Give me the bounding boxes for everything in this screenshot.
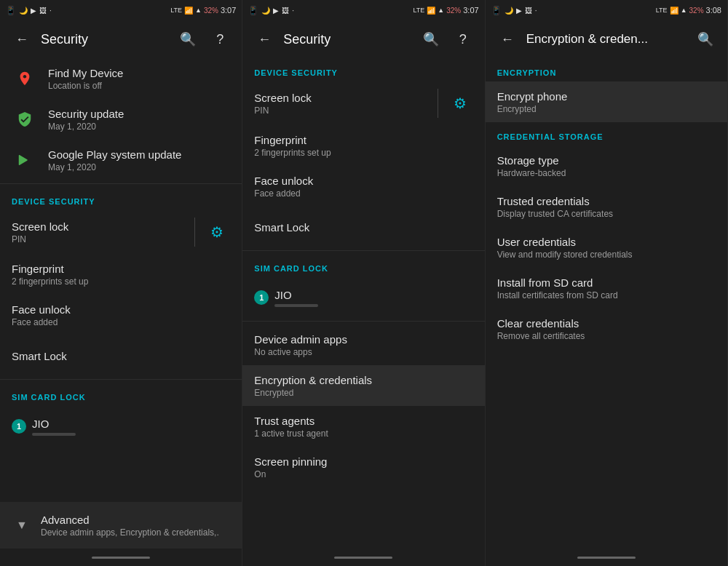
install-sd-text: Install from SD card Install certificate… bbox=[497, 276, 716, 300]
search-button-3[interactable]: 🔍 bbox=[692, 26, 719, 52]
list-item-face-unlock-1[interactable]: Face unlock Face added bbox=[0, 295, 242, 335]
list-item-storage-type[interactable]: Storage type Hardware-backed bbox=[486, 146, 727, 186]
section-label-encryption-3: ENCRYPTION bbox=[486, 58, 727, 81]
face-unlock-2-subtitle: Face added bbox=[254, 188, 472, 199]
toolbar-1: ← Security 🔍 ? bbox=[0, 20, 242, 58]
status-left-1: 📱 🌙 ▶ 🖼 · bbox=[6, 6, 52, 15]
user-credentials-subtitle: View and modify stored credentials bbox=[497, 250, 716, 260]
list-item-face-unlock-2[interactable]: Face unlock Face added bbox=[242, 166, 484, 207]
back-button-1[interactable]: ← bbox=[9, 26, 35, 52]
bottom-bar-2 bbox=[242, 549, 484, 566]
photo-icon: 🖼 bbox=[39, 7, 47, 15]
advanced-item-1[interactable]: ▼ Advanced Device admin apps, Encryption… bbox=[0, 502, 242, 549]
status-left-3: 📱 🌙 ▶ 🖼 · bbox=[491, 6, 537, 15]
list-item-encryption-2[interactable]: Encryption & credentials Encrypted bbox=[242, 365, 484, 406]
bottom-bar-1 bbox=[0, 549, 242, 566]
trusted-credentials-title: Trusted credentials bbox=[497, 195, 716, 207]
content-1: Find My Device Location is off Security … bbox=[0, 58, 242, 502]
bottom-bar-3 bbox=[486, 549, 727, 566]
list-item-find-my-device[interactable]: Find My Device Location is off bbox=[0, 58, 242, 99]
toolbar-3: ← Encryption & creden... 🔍 bbox=[486, 20, 727, 58]
google-play-update-subtitle: May 1, 2020 bbox=[48, 162, 230, 172]
list-item-google-play-update[interactable]: Google Play system update May 1, 2020 bbox=[0, 140, 242, 180]
google-play-icon bbox=[12, 147, 38, 173]
youtube-icon-2: ▶ bbox=[273, 7, 279, 15]
list-item-fingerprint-2[interactable]: Fingerprint 2 fingerprints set up bbox=[242, 125, 484, 166]
status-right-2: LTE 📶 ▲ 32% 3:07 bbox=[413, 6, 478, 15]
list-item-encrypt-phone[interactable]: Encrypt phone Encrypted bbox=[486, 81, 727, 122]
fingerprint-1-title: Fingerprint bbox=[12, 263, 230, 275]
trust-agents-2-title: Trust agents bbox=[254, 415, 472, 427]
panel-security-1: 📱 🌙 ▶ 🖼 · LTE 📶 ▲ 32% 3:07 ← Security 🔍 … bbox=[0, 0, 242, 566]
fingerprint-2-subtitle: 2 fingerprints set up bbox=[254, 148, 472, 158]
back-button-3[interactable]: ← bbox=[494, 26, 521, 52]
fingerprint-1-text: Fingerprint 2 fingerprints set up bbox=[12, 263, 230, 287]
search-button-2[interactable]: 🔍 bbox=[418, 26, 444, 52]
list-item-trust-agents-2[interactable]: Trust agents 1 active trust agent bbox=[242, 406, 484, 447]
list-item-jio-2[interactable]: 1 JIO bbox=[242, 277, 484, 318]
panel-encryption-credentials: 📱 🌙 ▶ 🖼 · LTE 📶 ▲ 32% 3:08 ← Encryption … bbox=[486, 0, 728, 566]
status-bar-2: 📱 🌙 ▶ 🖼 · LTE 📶 ▲ 32% 3:07 bbox=[242, 0, 484, 20]
advanced-text-1: Advanced Device admin apps, Encryption &… bbox=[41, 514, 230, 538]
dot-icon: · bbox=[50, 7, 52, 15]
security-update-text: Security update May 1, 2020 bbox=[48, 108, 230, 132]
jio-1-text: JIO bbox=[32, 418, 230, 436]
jio-2-title: JIO bbox=[274, 289, 472, 301]
divider-3 bbox=[242, 250, 484, 251]
wifi-icon-3: 📶 bbox=[670, 7, 678, 15]
device-admin-2-text: Device admin apps No active apps bbox=[254, 333, 472, 357]
back-button-2[interactable]: ← bbox=[251, 26, 277, 52]
clear-credentials-subtitle: Remove all certificates bbox=[497, 331, 716, 341]
gear-icon-1[interactable]: ⚙ bbox=[204, 219, 230, 245]
section-label-sim-2: SIM CARD LOCK bbox=[242, 254, 484, 277]
list-item-user-credentials[interactable]: User credentials View and modify stored … bbox=[486, 227, 727, 268]
google-play-update-title: Google Play system update bbox=[48, 148, 230, 161]
content-3: ENCRYPTION Encrypt phone Encrypted CREDE… bbox=[486, 58, 727, 549]
list-item-smart-lock-1[interactable]: Smart Lock bbox=[0, 335, 242, 376]
battery-icon-3: 32% bbox=[689, 7, 704, 15]
list-item-trusted-credentials[interactable]: Trusted credentials Display trusted CA c… bbox=[486, 186, 727, 227]
battery-icon-2: 32% bbox=[446, 7, 461, 15]
moon-icon: 🌙 bbox=[19, 7, 28, 15]
list-item-screen-pinning-2[interactable]: Screen pinning On bbox=[242, 447, 484, 487]
list-item-clear-credentials[interactable]: Clear credentials Remove all certificate… bbox=[486, 308, 727, 349]
advanced-title-1: Advanced bbox=[41, 514, 230, 526]
divider-2 bbox=[0, 379, 242, 380]
search-button-1[interactable]: 🔍 bbox=[175, 26, 201, 52]
page-title-1: Security bbox=[41, 32, 169, 47]
list-item-fingerprint-1[interactable]: Fingerprint 2 fingerprints set up bbox=[0, 254, 242, 295]
encryption-2-subtitle: Encrypted bbox=[254, 388, 472, 398]
list-item-security-update[interactable]: Security update May 1, 2020 bbox=[0, 99, 242, 140]
list-item-screen-lock-1[interactable]: Screen lock PIN ⚙ bbox=[0, 210, 242, 254]
section-label-credential-storage-3: CREDENTIAL STORAGE bbox=[486, 122, 727, 146]
list-item-install-sd[interactable]: Install from SD card Install certificate… bbox=[486, 268, 727, 308]
face-unlock-2-text: Face unlock Face added bbox=[254, 175, 472, 199]
divider-1 bbox=[0, 183, 242, 184]
encrypt-phone-subtitle: Encrypted bbox=[497, 104, 716, 114]
list-item-jio-1[interactable]: 1 JIO bbox=[0, 406, 242, 447]
divider-4 bbox=[242, 321, 484, 322]
status-bar-3: 📱 🌙 ▶ 🖼 · LTE 📶 ▲ 32% 3:08 bbox=[486, 0, 727, 20]
bottom-indicator-3 bbox=[577, 557, 636, 559]
help-button-2[interactable]: ? bbox=[450, 26, 476, 52]
trust-agents-2-subtitle: 1 active trust agent bbox=[254, 429, 472, 439]
clear-credentials-text: Clear credentials Remove all certificate… bbox=[497, 317, 716, 341]
bottom-indicator-2 bbox=[334, 557, 392, 559]
fingerprint-2-text: Fingerprint 2 fingerprints set up bbox=[254, 134, 472, 158]
google-play-update-text: Google Play system update May 1, 2020 bbox=[48, 148, 230, 172]
security-update-title: Security update bbox=[48, 108, 230, 120]
user-credentials-text: User credentials View and modify stored … bbox=[497, 236, 716, 260]
list-item-screen-lock-2[interactable]: Screen lock PIN ⚙ bbox=[242, 81, 484, 125]
gear-icon-2[interactable]: ⚙ bbox=[447, 90, 473, 116]
install-sd-title: Install from SD card bbox=[497, 276, 716, 289]
help-button-1[interactable]: ? bbox=[207, 26, 233, 52]
list-item-smart-lock-2[interactable]: Smart Lock bbox=[242, 207, 484, 247]
status-left-2: 📱 🌙 ▶ 🖼 · bbox=[248, 6, 294, 15]
toolbar-2: ← Security 🔍 ? bbox=[242, 20, 484, 58]
screen-pinning-2-text: Screen pinning On bbox=[254, 455, 472, 479]
time-display-2: 3:07 bbox=[463, 6, 478, 15]
list-item-device-admin-2[interactable]: Device admin apps No active apps bbox=[242, 324, 484, 365]
dot-icon-2: · bbox=[292, 7, 294, 15]
jio-1-title: JIO bbox=[32, 418, 230, 430]
find-my-device-title: Find My Device bbox=[48, 67, 230, 79]
